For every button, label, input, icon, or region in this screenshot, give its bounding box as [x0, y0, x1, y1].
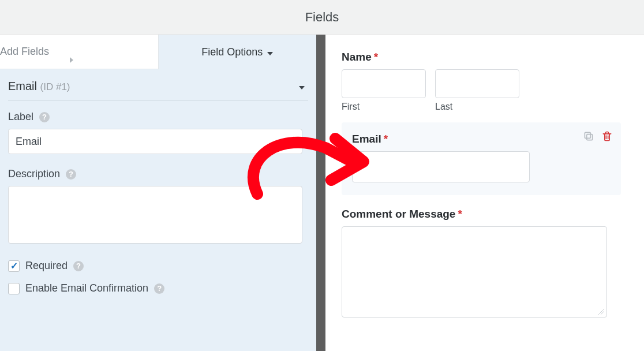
field-options-sidebar: Add Fields Field Options Email (ID #1) L…: [0, 35, 316, 351]
tab-add-fields[interactable]: Add Fields: [0, 35, 159, 69]
preview-comment-label: Comment or Message: [342, 208, 455, 220]
divider-line: [8, 100, 308, 100]
panel-resize-handle[interactable]: [316, 35, 325, 351]
description-input[interactable]: [8, 186, 302, 244]
required-label: Required: [25, 260, 68, 272]
svg-rect-0: [587, 135, 593, 140]
help-icon[interactable]: ?: [39, 112, 50, 122]
option-label-label: Label: [8, 111, 33, 123]
preview-name-label: Name: [342, 51, 372, 63]
field-options-header[interactable]: Email (ID #1): [0, 69, 316, 100]
preview-email-field-selected[interactable]: Email*: [342, 122, 621, 195]
chevron-right-icon: [54, 38, 158, 66]
chevron-down-icon: [267, 46, 273, 58]
preview-email-label: Email: [352, 133, 381, 145]
selected-field-title: Email (ID #1): [8, 80, 70, 93]
label-input[interactable]: [8, 129, 302, 154]
collapse-icon[interactable]: [299, 81, 305, 92]
option-description-label: Description: [8, 168, 60, 180]
required-mark: *: [458, 208, 462, 220]
preview-first-sublabel: First: [342, 102, 426, 112]
tab-add-fields-label: Add Fields: [0, 46, 49, 58]
trash-icon: [601, 130, 613, 142]
required-checkbox[interactable]: [8, 260, 20, 272]
required-mark: *: [374, 51, 378, 63]
preview-last-input[interactable]: [435, 69, 519, 98]
required-mark: *: [384, 133, 388, 145]
help-icon[interactable]: ?: [154, 283, 164, 294]
preview-last-sublabel: Last: [435, 102, 519, 112]
preview-comment-input[interactable]: [342, 226, 607, 318]
help-icon[interactable]: ?: [66, 169, 76, 180]
tab-field-options-label: Field Options: [201, 46, 263, 58]
form-preview: Name* First Last: [325, 35, 644, 351]
preview-first-input[interactable]: [342, 69, 426, 98]
selected-field-name: Email: [8, 80, 37, 92]
preview-email-input[interactable]: [352, 151, 530, 182]
tab-field-options[interactable]: Field Options: [159, 35, 317, 69]
selected-field-id: (ID #1): [40, 81, 70, 92]
email-confirmation-label: Enable Email Confirmation: [25, 282, 148, 294]
duplicate-field-button[interactable]: [583, 130, 594, 142]
page-title-text: Fields: [305, 10, 339, 25]
email-confirmation-checkbox[interactable]: [8, 283, 20, 294]
duplicate-icon: [583, 130, 594, 142]
svg-rect-1: [585, 132, 590, 138]
preview-name-field[interactable]: Name* First Last: [342, 51, 644, 112]
help-icon[interactable]: ?: [73, 261, 84, 271]
preview-comment-field[interactable]: Comment or Message*: [342, 208, 644, 318]
page-title: Fields: [0, 0, 644, 35]
delete-field-button[interactable]: [601, 130, 613, 142]
